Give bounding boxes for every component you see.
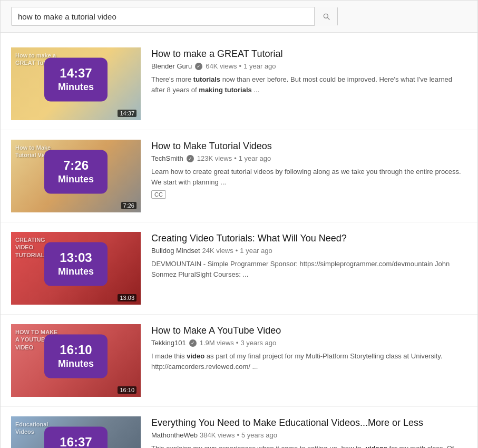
- result-title[interactable]: Creating Video Tutorials: What Will You …: [151, 233, 467, 244]
- separator: •: [236, 247, 238, 255]
- separator: •: [236, 339, 239, 347]
- result-title[interactable]: How to make a GREAT Tutorial: [151, 48, 467, 60]
- result-meta: MathontheWeb 384K views • 5 years ago: [151, 431, 467, 439]
- channel-name: TechSmith: [151, 154, 183, 162]
- view-count: 384K views: [200, 431, 235, 439]
- channel-name: Blender Guru: [151, 62, 192, 70]
- duration-corner: 16:10: [118, 386, 136, 394]
- duration-overlay: 7:26 Minutes: [44, 150, 108, 193]
- video-age: 5 years ago: [241, 431, 277, 439]
- result-title[interactable]: How to Make Tutorial Videos: [151, 141, 467, 152]
- result-meta: Blender Guru ✓ 64K views • 1 year ago: [151, 62, 467, 70]
- separator: •: [237, 431, 239, 439]
- result-description: There's more tutorials now than ever bef…: [151, 74, 467, 95]
- result-item: How to make a GREAT Tutorial 14:37 Minut…: [1, 38, 477, 130]
- duration-overlay: 16:10 Minutes: [44, 334, 108, 378]
- result-info: Creating Video Tutorials: What Will You …: [151, 232, 467, 279]
- verified-icon: ✓: [187, 155, 194, 162]
- result-item: CREATING VIDEO TUTORIALS 13:03 Minutes 1…: [1, 222, 477, 315]
- result-description: This explains my own experiences when it…: [151, 443, 467, 448]
- channel-name: Tekking101: [151, 339, 186, 347]
- duration-label: Minutes: [56, 174, 96, 186]
- result-meta: Tekking101 ✓ 1.9M views • 3 years ago: [151, 339, 467, 347]
- result-item: HOW TO MAKE A YOUTUBE VIDEO 16:10 Minute…: [1, 315, 477, 407]
- thumbnail[interactable]: Educational Videos 16:37 Minutes 16:37: [11, 416, 141, 448]
- view-count: 64K views: [206, 62, 237, 70]
- video-age: 3 years ago: [240, 339, 276, 347]
- result-info: Everything You Need to Make Educational …: [151, 416, 467, 448]
- result-info: How to Make A YouTube Video Tekking101 ✓…: [151, 324, 467, 372]
- result-info: How to Make Tutorial Videos TechSmith ✓ …: [151, 140, 467, 199]
- results-list: How to make a GREAT Tutorial 14:37 Minut…: [1, 33, 477, 448]
- result-title[interactable]: Everything You Need to Make Educational …: [151, 417, 467, 428]
- page-wrapper: How to make a GREAT Tutorial 14:37 Minut…: [0, 0, 478, 448]
- thumbnail[interactable]: CREATING VIDEO TUTORIALS 13:03 Minutes 1…: [11, 232, 141, 305]
- view-count: 123K views: [197, 154, 232, 162]
- separator: •: [234, 154, 237, 162]
- duration-time: 7:26: [56, 157, 96, 173]
- duration-corner: 14:37: [118, 110, 136, 117]
- header: [1, 1, 477, 33]
- video-age: 1 year ago: [243, 62, 276, 70]
- duration-label: Minutes: [56, 82, 96, 94]
- video-age: 1 year ago: [239, 154, 271, 162]
- result-description: Learn how to create great tutorial video…: [151, 167, 467, 187]
- verified-icon: ✓: [189, 339, 197, 347]
- duration-label: Minutes: [56, 266, 96, 278]
- thumbnail[interactable]: How to make a GREAT Tutorial 14:37 Minut…: [11, 47, 141, 120]
- duration-time: 16:10: [56, 342, 96, 358]
- search-input[interactable]: [12, 12, 314, 21]
- verified-icon: ✓: [195, 63, 202, 70]
- result-item: Educational Videos 16:37 Minutes 16:37 E…: [1, 407, 477, 448]
- channel-name: MathontheWeb: [151, 431, 198, 439]
- thumbnail[interactable]: HOW TO MAKE A YOUTUBE VIDEO 16:10 Minute…: [11, 324, 141, 397]
- duration-overlay: 13:03 Minutes: [44, 242, 108, 286]
- result-description: I made this video as part of my final pr…: [151, 351, 467, 372]
- result-info: How to make a GREAT Tutorial Blender Gur…: [151, 47, 467, 95]
- separator: •: [239, 62, 242, 70]
- duration-time: 14:37: [56, 65, 96, 81]
- view-count: 24K views: [202, 247, 233, 255]
- search-bar[interactable]: [11, 7, 338, 26]
- video-age: 1 year ago: [240, 247, 272, 255]
- cc-badge: CC: [151, 190, 166, 199]
- thumbnail[interactable]: How to Make Tutorial Videos 7:26 Minutes…: [11, 140, 141, 212]
- duration-time: 16:37: [56, 434, 96, 448]
- search-icon: [322, 12, 330, 21]
- duration-corner: 13:03: [118, 294, 136, 301]
- result-meta: Bulldog Mindset 24K views • 1 year ago: [151, 247, 467, 255]
- duration-time: 13:03: [56, 249, 96, 266]
- duration-overlay: 14:37 Minutes: [44, 57, 108, 101]
- result-description: DEVMOUNTAIN - Simple Programmer Sponsor:…: [151, 259, 467, 279]
- result-item: How to Make Tutorial Videos 7:26 Minutes…: [1, 130, 477, 222]
- channel-name: Bulldog Mindset: [151, 247, 200, 255]
- duration-overlay: 16:37 Minutes: [44, 426, 108, 448]
- duration-label: Minutes: [56, 358, 96, 371]
- result-title[interactable]: How to Make A YouTube Video: [151, 325, 467, 336]
- result-meta: TechSmith ✓ 123K views • 1 year ago: [151, 154, 467, 162]
- search-button[interactable]: [314, 7, 337, 26]
- view-count: 1.9M views: [200, 339, 234, 347]
- duration-corner: 7:26: [121, 202, 136, 209]
